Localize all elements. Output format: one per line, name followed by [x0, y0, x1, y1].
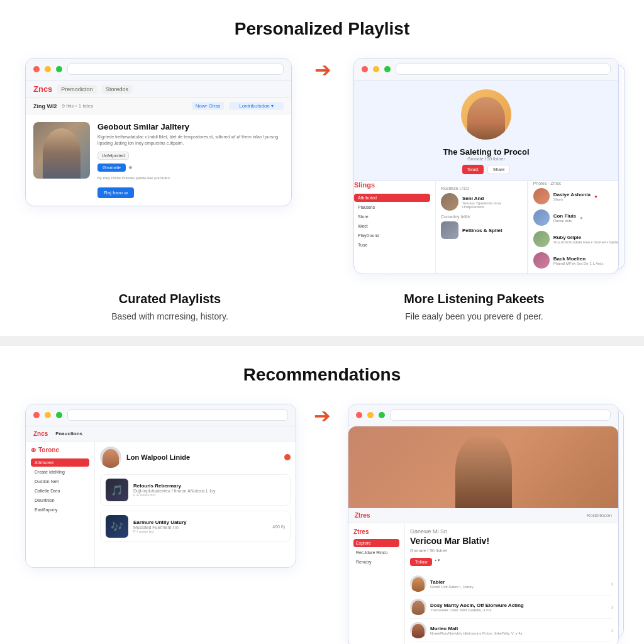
r-sub-3: Phandl MFtrk Sra Dtr 1 L Ards	[553, 262, 604, 265]
r-artist-0[interactable]: Dasiye Ashonia Shoin ●	[533, 188, 618, 204]
rec-list-1[interactable]: Dosy Marity Aocin, Otf Elorwure Acting T…	[410, 596, 613, 619]
rec-menu-deunt[interactable]: Deuntition	[31, 496, 89, 504]
dot-red-rec	[33, 412, 40, 418]
artist-name-1: Pettinos & Spllet	[462, 228, 522, 233]
profile-header: The Saleting to Procol Gronate f 50 list…	[354, 80, 618, 181]
section-divider	[0, 336, 644, 346]
btn-raj-haro[interactable]: Raj haro w	[97, 187, 134, 198]
rec-left-card: Zncs Fnauctions ⊕ Torone Attributed Crea…	[25, 404, 296, 568]
card-body-row: Slings Attributed Plautens Store Wect Pl…	[354, 181, 618, 274]
rec-menu-create[interactable]: Create IdeMing	[31, 468, 89, 476]
r-menu-2[interactable]: Renutry	[353, 558, 399, 566]
profile-avatar	[461, 89, 511, 140]
curated-title: Curated Playlists	[25, 292, 314, 306]
r-artist-2[interactable]: Ruby Giiple Yoa dctbJlundata Nao • Drame…	[533, 231, 618, 247]
dot-green	[56, 66, 62, 72]
track-name-0: Relouris Rebermary	[133, 483, 285, 489]
suggest-similar-card: Ztres Rodoltocon Ztres Explore Rec.Idure…	[348, 404, 619, 644]
r-name-1: Con Fluis	[553, 213, 576, 219]
menu-item-4[interactable]: PlayDound	[354, 231, 430, 240]
listen-main: Rustitute l./1Cl Seni And Tomata Yjputen…	[436, 181, 528, 274]
feature-more-listening: More Listening Pakeets File eaaly been y…	[330, 292, 619, 323]
track-artist-0: Dujf-Inplutuolenteu f Itmron ANuiosis L …	[133, 489, 285, 493]
r-text-1: Con Fluis Danial dcts	[553, 213, 576, 223]
rec-list-face-1	[412, 601, 425, 615]
track-info-0: Relouris Rebermary Dujf-Inplutuolenteu f…	[133, 483, 285, 497]
rec-sidebar: ⊕ Torone Attributed Create IdeMing Dusti…	[26, 441, 95, 567]
r-sub-1: Danial dcts	[553, 219, 576, 223]
r-artist-3[interactable]: Back Moelten Phandl MFtrk Sra Dtr 1 L Ar…	[533, 252, 618, 269]
suggest-chrome	[348, 404, 618, 426]
artist-text-1: Pettinos & Spllet	[462, 228, 522, 233]
artist-face	[43, 128, 80, 179]
r-name-0: Dasiye Ashonia	[553, 192, 591, 197]
url-bar-rec[interactable]	[67, 409, 288, 421]
rec-menu-calletle[interactable]: Calletle Drea	[31, 487, 89, 495]
btn-share-top[interactable]: Share	[487, 165, 511, 174]
select-row: Unfetprsted	[97, 152, 284, 160]
r-dot-0: ●	[594, 194, 597, 199]
btn-contributions[interactable]: Lontributsdon ▾	[229, 102, 284, 110]
more-listening-title: More Listening Pakeets	[330, 292, 619, 306]
rec-list-2[interactable]: Murieo Malt NnewFloryNortvbtv blloirsonn…	[410, 619, 613, 642]
music-icon-0: 🎵	[111, 484, 123, 496]
dot-yellow-sug	[367, 412, 374, 418]
menu-item-5[interactable]: Tuse	[354, 241, 430, 249]
arrow-left-to-right: ➔	[307, 58, 338, 82]
r-avatar-3	[533, 252, 550, 269]
r-avatar-1	[533, 209, 550, 226]
rec-follow-row: Tollow • ▾	[410, 558, 613, 566]
btn-follow-rec[interactable]: Tollow	[410, 558, 432, 566]
rec-artist-name: Vericou Mar Blativ!	[410, 536, 613, 546]
arrow-icon: ➔	[314, 58, 331, 82]
browser-chrome-right	[354, 58, 618, 80]
nav-link-2[interactable]: Storedos	[102, 85, 132, 94]
menu-item-0[interactable]: Attributed	[354, 194, 430, 202]
rec-arrow-icon: ➔	[314, 404, 331, 428]
subscribe-label: ⊕	[128, 165, 133, 170]
r-menu-0[interactable]: Explore	[353, 539, 399, 547]
rl-sub-0: Grwnl Ucit Salert I, Ustory	[430, 585, 608, 589]
artist-item-0[interactable]: Seni And Tomata Yjputenbe Goa Undpriente…	[441, 193, 522, 211]
rec-menu-attributed[interactable]: Attributed	[31, 458, 89, 467]
dot-green-rec	[56, 412, 62, 418]
btn-gronate[interactable]: Gronate	[97, 164, 126, 172]
content-body: Klgrtede frethewdatulac c.inddi lblet, b…	[97, 134, 284, 147]
panel-label: Photes · Zmsc	[533, 181, 618, 186]
rec-track-1[interactable]: 🎶 Earmure Untily Uatury Musioted Fuermen…	[100, 511, 291, 542]
menu-item-2[interactable]: Store	[354, 213, 430, 221]
r-menu-1[interactable]: Rec.Idure Rinco	[353, 548, 399, 557]
url-bar[interactable]	[67, 64, 284, 75]
rec-menu-east[interactable]: Eastfinpony	[31, 506, 89, 514]
chevron-1: ›	[611, 604, 613, 611]
bottom-section: Recommendations Zncs Fnauctions	[0, 346, 644, 644]
rec-list-text-0: Tabler Grwnl Ucit Salert I, Ustory	[430, 579, 608, 589]
rec-menu-dustion[interactable]: Dustion Nelt	[31, 477, 89, 486]
mock-select[interactable]: Unfetprsted	[97, 152, 129, 160]
track-info-1: Earmure Untily Uatury Musioted Fuerment-…	[133, 519, 267, 533]
rl-name-2: Murieo Malt	[430, 626, 608, 631]
profile-sub: Gronate f 50 listner	[467, 157, 505, 161]
rec-right-body: Ztres Explore Rec.Idure Rinco Renutry Ga…	[348, 523, 618, 644]
menu-item-1[interactable]: Plautens	[354, 203, 430, 211]
feature-texts: Curated Playlists Based with mcrresing, …	[25, 292, 619, 323]
url-bar-sug[interactable]	[390, 409, 611, 421]
rec-track-0[interactable]: 🎵 Relouris Rebermary Dujf-Inplutuolenteu…	[100, 474, 291, 506]
url-bar-right[interactable]	[396, 64, 611, 75]
rec-right-logo: Ztres	[355, 512, 370, 519]
artist-image	[33, 122, 90, 179]
nav-links: Premodicton Storedos	[57, 85, 132, 94]
btn-none-ghss[interactable]: Nowr Ghss	[192, 102, 225, 110]
rec-app-header: Zncs Fnauctions	[26, 426, 296, 441]
rec-list-0[interactable]: Tabler Grwnl Ucit Salert I, Ustory ›	[410, 572, 613, 596]
r-artist-1[interactable]: Con Fluis Danial dcts ●	[533, 209, 618, 226]
btn-follow-top[interactable]: Tolust	[462, 165, 484, 174]
nav-link-1[interactable]: Premodicton	[57, 85, 97, 94]
sub-label: 9 this › 1 teles	[62, 103, 94, 109]
rec-arrow: ➔	[306, 404, 338, 428]
subscribe-row: Gronate ⊕	[97, 164, 284, 172]
menu-item-3[interactable]: Wect	[354, 222, 430, 230]
artist-item-1[interactable]: Pettinos & Spllet	[441, 221, 522, 239]
track-artist-1: Musioted Fuerment-I in	[133, 525, 267, 530]
dot-red-r	[362, 66, 368, 72]
